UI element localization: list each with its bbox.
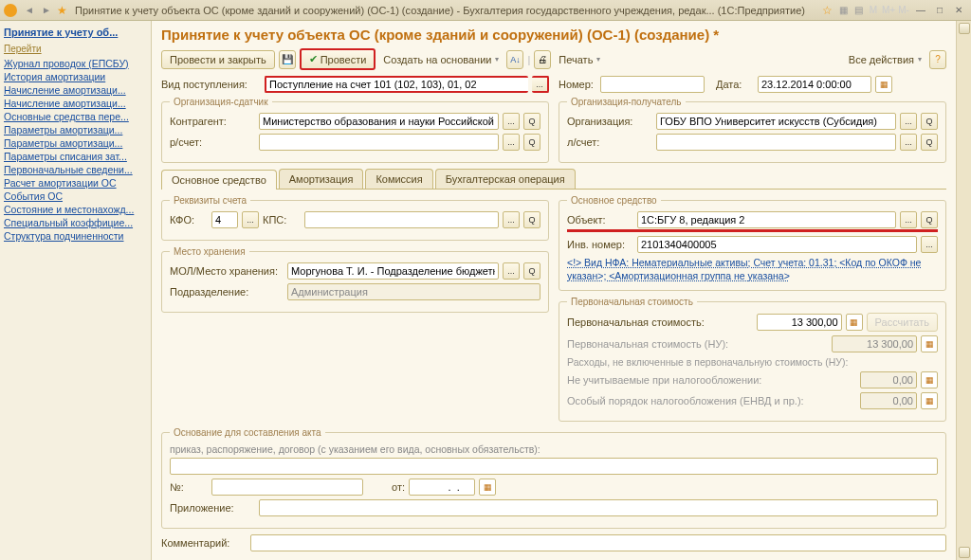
nav-fwd-icon[interactable]: ► — [39, 3, 54, 18]
receipt-type-input[interactable] — [265, 76, 528, 93]
print-icon[interactable]: 🖨 — [534, 50, 551, 69]
sidebar-item[interactable]: Основные средства пере... — [4, 110, 147, 123]
close-icon[interactable]: ✕ — [950, 4, 967, 17]
mol-input[interactable] — [287, 262, 499, 280]
minimize-icon[interactable]: — — [912, 4, 929, 17]
contragent-input[interactable] — [259, 113, 499, 130]
app-icon — [4, 4, 17, 17]
star-icon[interactable]: ★ — [57, 4, 67, 17]
cost-input[interactable] — [757, 314, 842, 331]
calc-button: Рассчитать — [867, 313, 938, 332]
laccount-select-icon[interactable]: ... — [900, 134, 917, 151]
kps-open-icon[interactable]: Q — [523, 211, 540, 228]
act-date-icon[interactable]: ▦ — [479, 479, 496, 496]
cost-nu-label: Первоначальная стоимость (НУ): — [567, 338, 828, 350]
requisites-legend: Реквизиты счета — [170, 195, 250, 206]
calendar-icon[interactable]: ▦ — [875, 76, 892, 93]
receipt-type-select-icon[interactable]: ... — [532, 76, 549, 93]
nav-back-icon[interactable]: ◄ — [22, 3, 37, 18]
asset-warning-link[interactable]: <!> Вид НФА: Нематериальные активы; Счет… — [567, 257, 938, 282]
scrollbar[interactable] — [956, 21, 971, 560]
kfo-select-icon[interactable]: ... — [242, 211, 259, 228]
sidebar-section: Перейти — [4, 44, 147, 54]
object-open-icon[interactable]: Q — [921, 211, 938, 228]
org-input[interactable] — [656, 113, 896, 130]
sidebar-item[interactable]: Первоначальные сведени... — [4, 163, 147, 176]
tab-commission[interactable]: Комиссия — [365, 169, 432, 189]
date-input[interactable] — [758, 76, 871, 93]
fav-icon[interactable]: ☆ — [822, 4, 833, 17]
tab-accounting-op[interactable]: Бухгалтерская операция — [435, 169, 576, 189]
laccount-open-icon[interactable]: Q — [921, 134, 938, 151]
inv-input[interactable] — [637, 236, 917, 253]
scroll-down-icon[interactable] — [959, 547, 970, 558]
sidebar: Принятие к учету об... Перейти Журнал пр… — [0, 21, 152, 560]
maximize-icon[interactable]: □ — [931, 4, 948, 17]
special-calc-icon[interactable]: ▦ — [921, 392, 938, 409]
raccount-label: р/счет: — [170, 136, 255, 148]
kfo-input[interactable] — [211, 211, 238, 228]
number-input[interactable] — [600, 76, 705, 93]
kps-select-icon[interactable]: ... — [503, 211, 520, 228]
tool-icon-1[interactable]: ▦ — [836, 4, 850, 17]
sidebar-item[interactable]: События ОС — [4, 190, 147, 203]
tool-icon-4[interactable]: M+ — [882, 4, 895, 17]
print-menu[interactable]: Печать — [555, 51, 604, 68]
mol-select-icon[interactable]: ... — [503, 262, 520, 280]
object-select-icon[interactable]: ... — [900, 211, 917, 228]
save-icon[interactable]: 💾 — [279, 50, 296, 69]
raccount-open-icon[interactable]: Q — [523, 134, 540, 151]
sidebar-item[interactable]: Начисление амортизаци... — [4, 83, 147, 97]
sidebar-item[interactable]: Структура подчиненности — [4, 229, 147, 243]
sidebar-item[interactable]: История амортизации — [4, 70, 147, 83]
attach-input[interactable] — [259, 499, 938, 516]
sidebar-item[interactable]: Параметры амортизаци... — [4, 123, 147, 136]
act-date-input[interactable] — [409, 479, 475, 496]
tool-icon-2[interactable]: ▤ — [852, 4, 865, 17]
post-button[interactable]: ✔Провести — [300, 48, 376, 70]
sidebar-item[interactable]: Параметры амортизаци... — [4, 136, 147, 150]
inv-select-icon[interactable]: ... — [921, 236, 938, 253]
post-close-button[interactable]: Провести и закрыть — [161, 50, 275, 69]
sidebar-item[interactable]: Начисление амортизаци... — [4, 97, 147, 110]
mol-open-icon[interactable]: Q — [523, 262, 540, 280]
sidebar-item[interactable]: Специальный коэффицие... — [4, 216, 147, 229]
contragent-open-icon[interactable]: Q — [523, 113, 540, 130]
comment-input[interactable] — [250, 534, 946, 551]
post-button-label: Провести — [321, 54, 367, 65]
sidebar-item[interactable]: Журнал проводок (ЕПСБУ) — [4, 57, 147, 70]
raccount-select-icon[interactable]: ... — [503, 134, 520, 151]
org-select-icon[interactable]: ... — [900, 113, 917, 130]
requisites-fieldset: Реквизиты счета КФО: ... КПС: ... Q — [161, 195, 549, 241]
act-num-input[interactable] — [211, 479, 363, 496]
tool-icon-3[interactable]: M — [867, 4, 880, 17]
not-tax-calc-icon[interactable]: ▦ — [921, 371, 938, 388]
all-actions-menu[interactable]: Все действия — [845, 51, 925, 68]
tab-main-asset[interactable]: Основное средство — [161, 170, 277, 190]
cost-calc-icon[interactable]: ▦ — [846, 314, 863, 331]
act-text-input[interactable] — [170, 458, 938, 475]
object-input[interactable] — [637, 211, 896, 228]
org-open-icon[interactable]: Q — [921, 113, 938, 130]
cost-nu-calc-icon[interactable]: ▦ — [921, 335, 938, 352]
create-based-menu[interactable]: Создать на основании — [379, 51, 503, 68]
sidebar-item[interactable]: Состояние и местонахожд... — [4, 203, 147, 216]
scroll-up-icon[interactable] — [959, 23, 970, 34]
tool-icon-5[interactable]: M- — [897, 4, 910, 17]
kps-input[interactable] — [304, 211, 499, 228]
raccount-input[interactable] — [259, 134, 499, 151]
sort-icon[interactable]: A↓ — [506, 50, 523, 69]
cost-fieldset: Первоначальная стоимость Первоначальная … — [559, 297, 946, 422]
tab-amortization[interactable]: Амортизация — [279, 169, 364, 189]
cost-legend: Первоначальная стоимость — [567, 297, 697, 307]
storage-fieldset: Место хранения МОЛ/Место хранения: ... Q… — [161, 246, 549, 313]
exp-label: Расходы, не включенные в первоначальную … — [567, 356, 848, 368]
sidebar-item[interactable]: Расчет амортизации ОС — [4, 176, 147, 190]
sidebar-head[interactable]: Принятие к учету об... — [4, 27, 147, 38]
laccount-input[interactable] — [656, 134, 896, 151]
contragent-select-icon[interactable]: ... — [503, 113, 520, 130]
act-desc: приказ, распоряжение, договор (с указани… — [170, 443, 938, 455]
help-icon[interactable]: ? — [929, 50, 946, 69]
sidebar-item[interactable]: Параметры списания зат... — [4, 150, 147, 163]
cost-label: Первоначальная стоимость: — [567, 316, 753, 328]
